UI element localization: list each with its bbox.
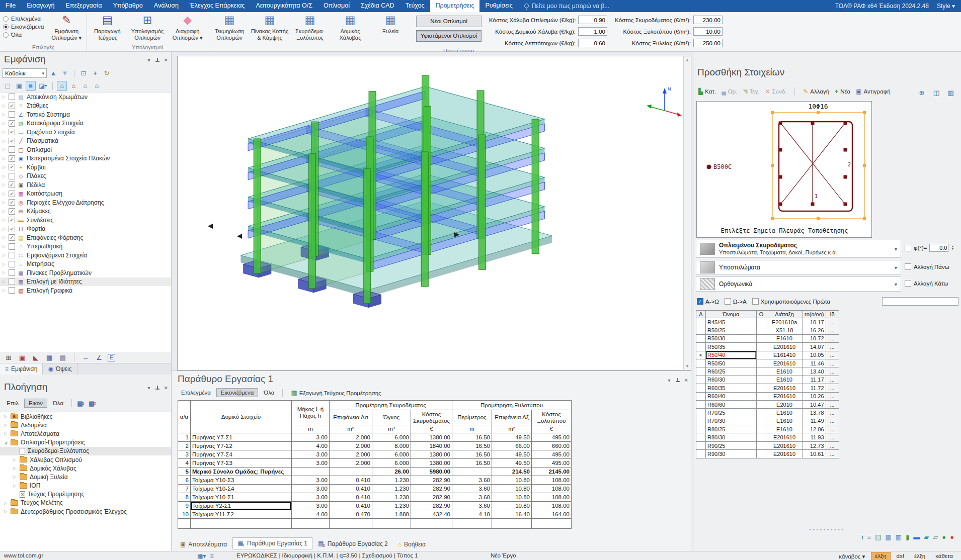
section-row-1[interactable]: R50/25X51.1816.26...	[696, 326, 839, 334]
tab-display[interactable]: ≡Εμφάνιση	[0, 363, 43, 375]
nav-item-3[interactable]: ◢Οπλισμοί-Προμετρήσεις	[0, 438, 171, 447]
report-icon[interactable]: ≡	[867, 533, 871, 541]
section-row-9[interactable]: R60/40E20161010.26...	[696, 392, 839, 400]
slabs-icon[interactable]: ▰	[924, 533, 929, 541]
work-filter-0[interactable]: Επιλεγμένα	[177, 388, 215, 397]
details-button[interactable]: ...	[826, 326, 839, 334]
table-row[interactable]: 3Πυρήνας Υ7-Σ43.002.0006.0001380.0016.50…	[178, 450, 572, 459]
section-name[interactable]: R60/40	[706, 392, 757, 400]
element-name-cell[interactable]: Τοίχωμα Υ10-Σ1	[191, 493, 292, 502]
work-filter-2[interactable]: Όλα	[259, 388, 279, 397]
checkbox[interactable]: ✓	[9, 226, 15, 232]
checkbox[interactable]	[9, 146, 15, 153]
display-item-2[interactable]: ▷∠Τοπικό Σύστημα	[0, 110, 171, 119]
checkbox[interactable]: ✓	[9, 208, 15, 215]
expander-icon[interactable]: ▷	[2, 112, 7, 117]
section-name[interactable]: R80/30	[706, 433, 757, 441]
section-name[interactable]: R50/25	[706, 326, 757, 334]
menu-tab-9[interactable]: Προμετρήσεις	[430, 0, 480, 12]
display-item-20[interactable]: ▷▦Πίνακες Προβληματικών	[0, 268, 171, 277]
table-row[interactable]: 9Τοίχωμα Υ2-Σ13.000.4101.230282.903.6010…	[178, 502, 572, 510]
section-view-icon[interactable]: ◪▾	[37, 81, 48, 91]
checkbox[interactable]: ✓	[9, 155, 15, 162]
project-settings-status[interactable]: ΕΥΡΩΚΩΔΙΚΕΣ | Ιδιομορφική | Κ.Π.Μ. | q=3…	[236, 552, 418, 558]
menu-tab-8[interactable]: Τεύχος	[400, 0, 430, 12]
details-button[interactable]: ...	[826, 409, 839, 417]
toggle-existing-reinforcement[interactable]: Υφιστάμενοι Οπλισμοί	[416, 30, 482, 42]
menu-tab-2[interactable]: Υπόβαθρο	[107, 0, 148, 12]
expander-icon[interactable]: ▷	[12, 475, 17, 479]
expander-icon[interactable]: ▷	[2, 95, 7, 99]
roof-green-icon[interactable]: ⌂	[57, 81, 67, 91]
menu-tab-3[interactable]: Ανάλυση	[148, 0, 184, 12]
menu-tab-1[interactable]: Επεξεργασία	[60, 0, 107, 12]
menu-tab-0[interactable]: Εισαγωγή	[21, 0, 60, 12]
angle-icon[interactable]: ∠	[94, 352, 104, 362]
measurement-button-3[interactable]: ▦Δομικός Χάλυβας	[330, 13, 370, 42]
element-name-cell[interactable]: Τοίχωμα Υ10-Σ4	[191, 485, 292, 493]
display-item-1[interactable]: ▷✓≡Στάθμες	[0, 102, 171, 111]
expander-icon[interactable]: ▷	[2, 147, 7, 152]
scroll-up-icon[interactable]: ▲	[685, 58, 689, 62]
details-button[interactable]: ...	[826, 392, 839, 400]
roof-red-icon[interactable]: ⌂	[68, 81, 78, 91]
quantities-table[interactable]: α/α Δομικό Στοιχείο Μήκος L ή Πάχος h Πρ…	[178, 400, 572, 529]
pin-icon[interactable]	[155, 58, 159, 63]
work-filter-1[interactable]: Εικονιζόμενα	[216, 388, 258, 397]
bottom-tab-3[interactable]: ⌂Βοήθεια	[393, 539, 430, 549]
table-row[interactable]: 10Τοίχωμα Υ11-Σ24.000.4701.880432.404.10…	[178, 510, 572, 519]
checkbox[interactable]: ✓	[9, 120, 15, 127]
columns-icon[interactable]: ▮	[906, 533, 909, 541]
section-name[interactable]: R60/25	[706, 367, 757, 376]
display-item-17[interactable]: ▷⌂Υπερωθητική	[0, 242, 171, 251]
checkbox[interactable]: ✓	[9, 164, 15, 170]
checkbox[interactable]	[9, 173, 15, 179]
nav-item-0[interactable]: ▷BΒιβλιοθήκες	[0, 412, 171, 421]
shape-combo[interactable]: Ορθογωνικά ▾	[696, 276, 901, 292]
rebar-section-preview[interactable]: 10Φ1621B500CΕπιλέξτε Σημεία Πλευράς Τοπο…	[696, 101, 872, 238]
element-name-cell[interactable]: Πυρήνας Υ7-Σ4	[191, 450, 292, 459]
export-report-button[interactable]: ▦Εξαγωγή Τεύχους Προμέτρησης	[286, 388, 385, 398]
display-item-5[interactable]: ▷✓╱Πλασματικά	[0, 137, 171, 146]
section-name[interactable]: R70/30	[706, 417, 757, 425]
nav-item-1[interactable]: ▷Δεδομένα	[0, 421, 171, 429]
structural-model-3d[interactable]: N	[178, 56, 683, 370]
section-name[interactable]: R50/50	[706, 359, 757, 367]
scope-radio-1[interactable]: Εικονιζόμενα	[3, 24, 44, 30]
element-name-cell[interactable]: Πυρήνας Υ7-Σ3	[191, 459, 292, 468]
section-row-13[interactable]: R80/25E161012.06...	[696, 425, 839, 433]
nav-item-8[interactable]: ▷ΙΟΠ	[0, 482, 171, 490]
level-up-button[interactable]: ▲	[48, 68, 58, 78]
checkbox[interactable]	[905, 263, 911, 270]
calc-button-1[interactable]: ⊞Υπολογισμός Οπλισμών	[128, 13, 167, 42]
beams-icon[interactable]: ▬	[913, 533, 920, 541]
menu-tab-5[interactable]: Λειτουργικότητα Ο/Σ	[250, 0, 318, 12]
calc-button-2[interactable]: ◆Διαγραφή Οπλισμών ▾	[168, 13, 207, 42]
website-link[interactable]: www.tol.com.gr	[4, 552, 43, 558]
sections-table[interactable]: ΔΌνομαΟΔιάταξηro(o/oo)ΙδR45/45E201610a10…	[696, 310, 839, 458]
checkbox[interactable]: ✓	[697, 298, 703, 305]
change-top-checkbox[interactable]: Αλλαγή Πάνω	[905, 263, 949, 270]
expander-icon[interactable]: ▷	[3, 509, 8, 514]
status-toggle-2[interactable]: dxf	[893, 552, 908, 560]
expander-icon[interactable]: ▷	[3, 501, 8, 505]
section-name[interactable]: R60/30	[706, 376, 757, 384]
expander-icon[interactable]: ▷	[2, 218, 7, 222]
section-name[interactable]: R60/60	[706, 400, 757, 408]
element-name-cell[interactable]: Τοίχωμα Υ11-Σ2	[191, 510, 292, 519]
table-menu-icon[interactable]: ▦▾	[197, 552, 206, 559]
table-row[interactable]: 1Πυρήνας Υ7-Σ13.002.0006.0001380.0016.50…	[178, 433, 572, 442]
section-name[interactable]: R50/40	[706, 351, 757, 359]
nav-item-9[interactable]: XΤεύχος Προμέτρησης	[0, 490, 171, 499]
expander-icon[interactable]: ▷	[12, 466, 17, 471]
expander-icon[interactable]: ▷	[3, 431, 8, 436]
table-row[interactable]: 8Τοίχωμα Υ10-Σ13.000.4101.230282.903.601…	[178, 493, 572, 502]
checkbox[interactable]	[905, 280, 911, 287]
checkbox[interactable]: ✓	[9, 217, 15, 223]
tab-views[interactable]: ◉Όψεις	[43, 363, 77, 375]
toggle-new-reinforcement[interactable]: Νέοι Οπλισμοί	[416, 16, 482, 27]
details-button[interactable]: ...	[826, 417, 839, 425]
show-reinforcement-button[interactable]: ✎ Εμφάνιση Οπλισμών ▾	[47, 13, 86, 42]
details-button[interactable]: ...	[826, 400, 839, 408]
menu-tab-4[interactable]: Έλεγχος Επάρκειας	[184, 0, 251, 12]
